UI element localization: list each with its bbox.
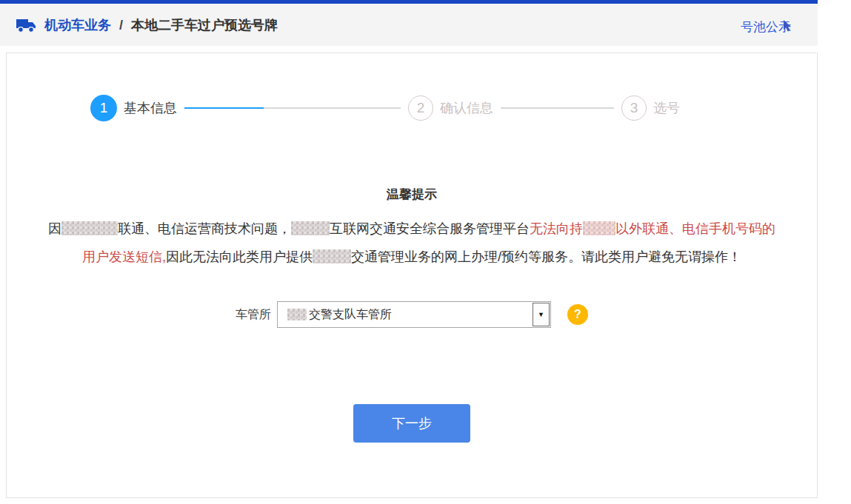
notice-text: 互联网交通安全综合服务管理平台 bbox=[330, 221, 530, 236]
step-connector-1 bbox=[184, 107, 401, 109]
mouse-cursor-icon bbox=[783, 20, 792, 33]
main-card: 1 基本信息 2 确认信息 3 选号 温馨提示 因联通、电信运营商技术问题，互联… bbox=[6, 53, 818, 498]
breadcrumb-section: 机动车业务 bbox=[44, 18, 111, 33]
notice-title: 温馨提示 bbox=[7, 186, 817, 203]
step-indicator: 1 基本信息 2 确认信息 3 选号 bbox=[90, 95, 817, 121]
help-icon[interactable]: ? bbox=[567, 304, 588, 325]
step-1-circle: 1 bbox=[90, 95, 117, 121]
breadcrumb-separator: / bbox=[119, 18, 123, 33]
chevron-down-icon[interactable]: ▼ bbox=[533, 303, 550, 326]
station-select[interactable]: 交警支队车管所 ▼ bbox=[277, 301, 551, 328]
notice-text: 因 bbox=[48, 221, 61, 236]
notice-body: 因联通、电信运营商技术问题，互联网交通安全综合服务管理平台无法向持以外联通、电信… bbox=[7, 215, 817, 271]
notice-text: 因此无法向此类用户提供 bbox=[166, 249, 313, 264]
breadcrumb: 机动车业务 / 本地二手车过户预选号牌 bbox=[44, 16, 278, 34]
notice-text-red: 无法向持 bbox=[530, 221, 583, 236]
notice-text: 联通、电信运营商技术问题， bbox=[118, 221, 291, 236]
step-connector-2 bbox=[501, 107, 614, 109]
step-1-label: 基本信息 bbox=[124, 99, 177, 117]
step-2-circle: 2 bbox=[408, 95, 433, 121]
redacted-region-name bbox=[291, 221, 330, 235]
step-3-circle: 3 bbox=[621, 95, 647, 121]
page-title: 本地二手车过户预选号牌 bbox=[131, 18, 278, 33]
station-form-row: 车管所 交警支队车管所 ▼ ? bbox=[7, 301, 817, 328]
redacted-region-name bbox=[313, 249, 351, 263]
next-step-button[interactable]: 下一步 bbox=[353, 404, 470, 443]
page-header: 机动车业务 / 本地二手车过户预选号牌 号池公示 bbox=[0, 4, 818, 46]
station-select-value: 交警支队车管所 bbox=[309, 307, 392, 323]
redacted-station-prefix bbox=[287, 309, 307, 320]
truck-icon bbox=[15, 17, 37, 33]
notice-text-red: 以外联通、电信手机号码的 bbox=[615, 221, 775, 236]
station-label: 车管所 bbox=[236, 307, 271, 323]
warm-tips-notice: 温馨提示 因联通、电信运营商技术问题，互联网交通安全综合服务管理平台无法向持以外… bbox=[7, 186, 817, 271]
redacted-region-name bbox=[61, 221, 118, 235]
notice-text-red: 用户发送短信, bbox=[82, 249, 166, 264]
step-3-label: 选号 bbox=[653, 99, 680, 117]
step-2-label: 确认信息 bbox=[440, 99, 493, 117]
notice-text: 交通管理业务的网上办理/预约等服务。请此类用户避免无谓操作！ bbox=[351, 249, 741, 264]
redacted-region-name bbox=[583, 221, 615, 235]
